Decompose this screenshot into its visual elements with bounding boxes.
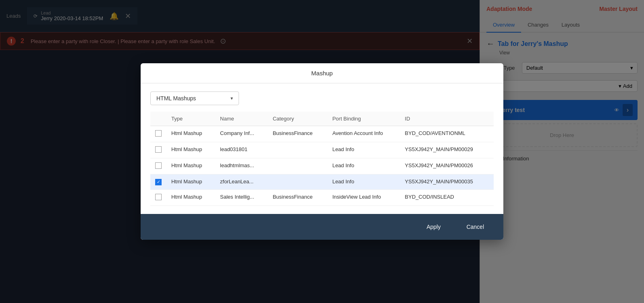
row-checkbox[interactable]: ✓ (155, 179, 162, 185)
table-row[interactable]: ✓Html MashupzforLeanLea...Lead InfoYS5XJ… (150, 174, 494, 190)
row-checkbox-cell[interactable] (150, 158, 166, 174)
row-type: Html Mashup (166, 158, 215, 174)
row-name: zforLeanLea... (215, 174, 268, 190)
mashup-table: Type Name Category Port Binding ID Html … (150, 112, 494, 206)
dropdown-chevron-icon: ▾ (231, 95, 233, 101)
row-name: Company Inf... (215, 126, 268, 142)
cancel-button[interactable]: Cancel (457, 220, 494, 233)
col-port-binding: Port Binding (328, 112, 400, 126)
row-name: Sales Intellig... (215, 189, 268, 205)
table-row[interactable]: Html Mashuplead031801Lead InfoYS5XJ942Y_… (150, 142, 494, 158)
row-checkbox[interactable] (155, 146, 162, 153)
col-category: Category (268, 112, 328, 126)
row-category: BusinessFinance (268, 189, 328, 205)
row-checkbox[interactable] (155, 130, 162, 137)
row-type: Html Mashup (166, 189, 215, 205)
row-id: BYD_COD/INSLEAD (400, 189, 494, 205)
row-id: YS5XJ942Y_MAIN/PM00035 (400, 174, 494, 190)
row-checkbox-cell[interactable] (150, 142, 166, 158)
row-category: BusinessFinance (268, 126, 328, 142)
mashup-modal: Mashup HTML Mashups ▾ Type (141, 63, 503, 240)
mashup-table-scroll[interactable]: Type Name Category Port Binding ID Html … (150, 112, 494, 206)
apply-button[interactable]: Apply (417, 220, 450, 233)
mashup-type-dropdown[interactable]: HTML Mashups ▾ (150, 91, 239, 105)
row-id: YS5XJ942Y_MAIN/PM00026 (400, 158, 494, 174)
col-name: Name (215, 112, 268, 126)
table-header: Type Name Category Port Binding ID (150, 112, 494, 126)
row-id: BYD_COD/AVENTIONML (400, 126, 494, 142)
row-checkbox[interactable] (155, 162, 162, 169)
row-category (268, 142, 328, 158)
row-name: lead031801 (215, 142, 268, 158)
table-row[interactable]: Html Mashupleadhtmlmas...Lead InfoYS5XJ9… (150, 158, 494, 174)
row-port-binding: Lead Info (328, 174, 400, 190)
row-checkbox-cell[interactable]: ✓ (150, 174, 166, 190)
row-category (268, 174, 328, 190)
row-port-binding: Avention Account Info (328, 126, 400, 142)
col-id: ID (400, 112, 494, 126)
row-name: leadhtmlmas... (215, 158, 268, 174)
col-type: Type (166, 112, 215, 126)
row-checkbox-cell[interactable] (150, 126, 166, 142)
dropdown-container: HTML Mashups ▾ (150, 91, 494, 105)
row-port-binding: Lead Info (328, 158, 400, 174)
row-checkbox-cell[interactable] (150, 189, 166, 205)
mashup-table-wrapper: Type Name Category Port Binding ID Html … (150, 112, 494, 206)
modal-title: Mashup (311, 70, 332, 77)
table-row[interactable]: Html MashupSales Intellig...BusinessFina… (150, 189, 494, 205)
dropdown-value: HTML Mashups (156, 95, 196, 102)
modal-overlay: Mashup HTML Mashups ▾ Type (0, 0, 644, 303)
row-category (268, 158, 328, 174)
row-type: Html Mashup (166, 142, 215, 158)
row-id: YS5XJ942Y_MAIN/PM00029 (400, 142, 494, 158)
modal-footer: Apply Cancel (141, 214, 503, 240)
table-row[interactable]: Html MashupCompany Inf...BusinessFinance… (150, 126, 494, 142)
row-type: Html Mashup (166, 174, 215, 190)
modal-body: HTML Mashups ▾ Type Name Category (141, 83, 503, 214)
modal-header: Mashup (141, 63, 503, 83)
row-type: Html Mashup (166, 126, 215, 142)
row-checkbox[interactable] (155, 194, 162, 200)
table-body: Html MashupCompany Inf...BusinessFinance… (150, 126, 494, 206)
row-port-binding: InsideView Lead Info (328, 189, 400, 205)
row-port-binding: Lead Info (328, 142, 400, 158)
col-checkbox (150, 112, 166, 126)
